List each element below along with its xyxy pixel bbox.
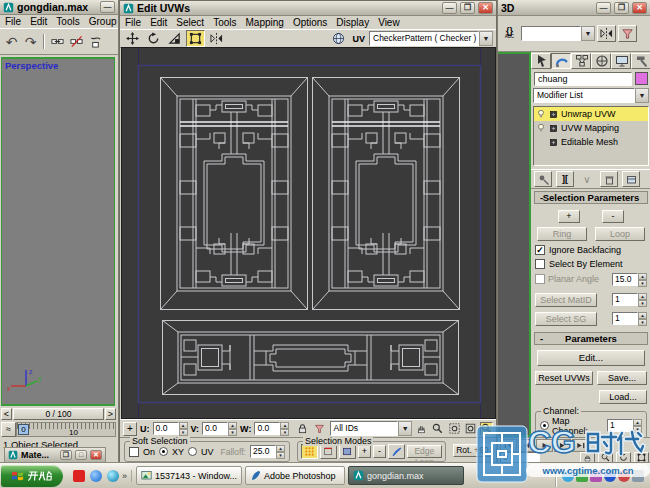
spinner-arrows[interactable]: ▴▾ [280, 422, 289, 435]
sg-value[interactable]: 1 [612, 312, 638, 325]
u-spinner[interactable]: 0.0▴▾ [153, 422, 188, 435]
unlink-selection-icon[interactable] [67, 33, 86, 50]
task-photoshop[interactable]: Adobe Photoshop [245, 466, 345, 485]
spinner-down-icon[interactable]: ▾ [179, 429, 188, 436]
minimize-icon[interactable]: — [100, 1, 115, 13]
reset-uvws-button[interactable]: Reset UVWs [535, 371, 593, 385]
freeform-mode-icon[interactable] [186, 30, 205, 47]
go-to-end-icon[interactable] [572, 439, 589, 452]
make-unique-icon[interactable]: ∨ [578, 171, 596, 187]
menu-mapping[interactable]: Mapping [246, 17, 284, 28]
u-value[interactable]: 0.0 [153, 422, 179, 435]
matid-spinner[interactable]: 1▴▾ [612, 293, 647, 306]
tab-modify[interactable] [551, 53, 571, 69]
trackbar-ruler[interactable]: 0 10 [16, 422, 116, 437]
lock-icon[interactable] [295, 422, 309, 436]
named-selection-dropdown[interactable]: ▼ [521, 26, 595, 41]
pin-stack-icon[interactable] [534, 171, 552, 187]
id-filter-dropdown[interactable]: All IDs▼ [330, 421, 413, 436]
matid-value[interactable]: 1 [612, 293, 638, 306]
chevron-down-icon[interactable]: ▼ [479, 31, 493, 46]
falloff-value[interactable]: 25.0 [250, 445, 276, 458]
viewport-label[interactable]: Perspective [5, 60, 58, 71]
trackbar-handle[interactable]: 0 [18, 424, 29, 435]
menu-file[interactable]: File [125, 17, 141, 28]
paint-select-icon[interactable] [388, 444, 405, 459]
planar-angle-spinner[interactable]: 15.0▴▾ [612, 273, 647, 286]
stack-item-uvw-mapping[interactable]: UVW Mapping [534, 121, 648, 135]
spinner-down-icon[interactable]: ▾ [633, 426, 642, 433]
quicklaunch-browser-icon[interactable] [90, 470, 102, 482]
uv-radio[interactable] [188, 447, 197, 456]
filter-icon[interactable] [312, 422, 326, 436]
tray-icon[interactable] [632, 470, 644, 482]
map-channel-radio[interactable] [540, 421, 549, 430]
spinner-arrows[interactable]: ▴▾ [638, 273, 647, 286]
task-gongdian[interactable]: gongdian.max [348, 466, 464, 485]
falloff-spinner[interactable]: 25.0▴▾ [250, 445, 285, 458]
texture-dropdown[interactable]: CheckerPattern ( Checker )▼ [369, 31, 493, 46]
spinner-arrows[interactable]: ▴▾ [179, 422, 188, 435]
soft-selection-on-checkbox[interactable] [129, 447, 139, 457]
start-button[interactable] [1, 465, 63, 487]
grow-selection-button[interactable]: + [558, 210, 580, 223]
tray-icon[interactable] [604, 470, 616, 482]
zoom-extents-icon[interactable] [464, 422, 477, 436]
stack-item-editable-mesh[interactable]: Editable Mesh [534, 135, 648, 149]
save-uvws-button[interactable]: Save... [597, 371, 647, 385]
close-icon[interactable]: ✕ [90, 450, 102, 460]
stack-item-unwrap-uvw[interactable]: Unwrap UVW [534, 107, 648, 121]
maximize-icon[interactable]: □ [75, 450, 87, 460]
prev-frame-button[interactable]: < [1, 408, 12, 420]
shrink-uv-button[interactable]: - [373, 445, 386, 458]
mirror-icon[interactable] [207, 30, 226, 47]
spinner-arrows[interactable]: ▴▾ [638, 312, 647, 325]
select-sg-button[interactable]: Select SG [535, 312, 597, 326]
spinner-down-icon[interactable]: ▾ [638, 300, 647, 307]
spinner-arrows[interactable]: ▴▾ [276, 445, 285, 458]
face-mode-icon[interactable] [339, 444, 356, 459]
menu-view[interactable]: View [378, 17, 400, 28]
restore-icon[interactable]: ❐ [60, 450, 72, 460]
gongdian-titlebar[interactable]: gongdian.max — [0, 0, 118, 15]
spinner-up-icon[interactable]: ▴ [280, 422, 289, 429]
vertex-mode-icon[interactable] [301, 444, 318, 459]
spinner-up-icon[interactable]: ▴ [633, 419, 642, 426]
xy-radio[interactable] [159, 447, 168, 456]
map-channel-spinner[interactable]: 1▴▾ [607, 419, 642, 432]
tray-icon[interactable] [618, 470, 630, 482]
close-icon[interactable]: ✕ [632, 2, 647, 14]
modifier-list-dropdown[interactable]: Modifier List▼ [533, 88, 649, 103]
sg-spinner[interactable]: 1▴▾ [612, 312, 647, 325]
zoom-region-icon[interactable] [447, 422, 460, 436]
spinner-down-icon[interactable]: ▾ [280, 429, 289, 436]
lightbulb-icon[interactable] [536, 109, 546, 119]
selection-parameters-rollout-header[interactable]: Selection Parameters [534, 191, 648, 204]
spinner-down-icon[interactable]: ▾ [228, 429, 237, 436]
spinner-up-icon[interactable]: ▴ [228, 422, 237, 429]
tab-create[interactable] [531, 53, 551, 69]
spinner-up-icon[interactable]: ▴ [638, 312, 647, 319]
spinner-arrows[interactable]: ▴▾ [638, 293, 647, 306]
rotate-icon[interactable] [144, 30, 163, 47]
chevron-down-icon[interactable]: ▼ [581, 26, 595, 41]
spinner-up-icon[interactable]: ▴ [638, 293, 647, 300]
named-selection-sets-icon[interactable]: {}ABC [500, 25, 519, 42]
minimize-icon[interactable]: — [596, 2, 611, 14]
v-spinner[interactable]: 0.0▴▾ [202, 422, 237, 435]
next-frame-button[interactable]: > [105, 408, 116, 420]
uv-canvas[interactable] [121, 47, 496, 419]
configure-modifier-sets-icon[interactable] [622, 171, 640, 187]
tray-icon[interactable] [590, 470, 602, 482]
ignore-backfacing-checkbox[interactable]: ✓ [535, 245, 545, 255]
checker-globe-icon[interactable] [329, 30, 348, 47]
scale-icon[interactable] [165, 30, 184, 47]
zoom-selected-icon[interactable] [480, 422, 493, 436]
right-viewport-sliver[interactable] [498, 52, 531, 437]
menu-options[interactable]: Options [293, 17, 327, 28]
planar-angle-value[interactable]: 15.0 [612, 273, 638, 286]
spinner-down-icon[interactable]: ▾ [276, 452, 285, 459]
chevron-down-icon[interactable]: ▼ [635, 88, 649, 103]
align-tool-icon[interactable] [618, 25, 637, 42]
shrink-selection-button[interactable]: - [602, 210, 624, 223]
